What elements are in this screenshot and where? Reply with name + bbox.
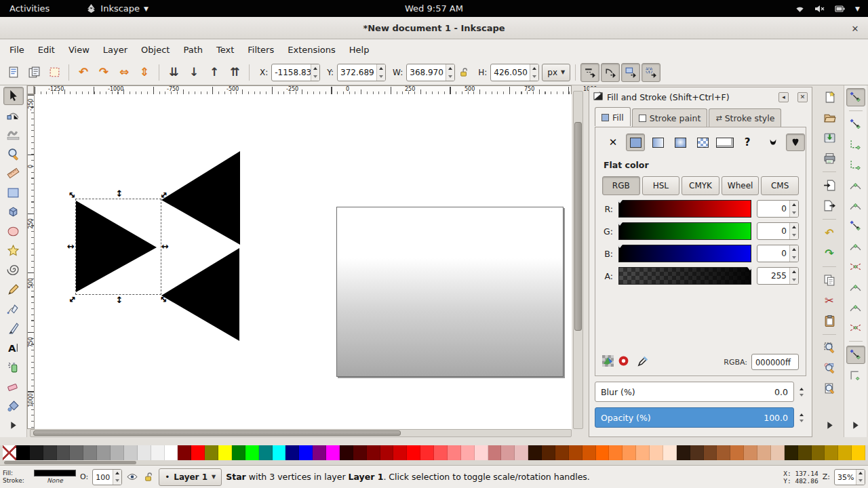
palette-swatch-15[interactable] [205, 445, 218, 460]
palette-swatch-35[interactable] [475, 445, 488, 460]
rgba-hex-field[interactable]: 000000ff [751, 354, 799, 370]
channel-value-b[interactable]: 0 [757, 245, 799, 262]
snap-bbox-toggle[interactable] [846, 115, 865, 134]
toolbox-expander[interactable] [3, 416, 24, 434]
x-position-field[interactable]: -1158.83 [271, 64, 320, 81]
panel-close-button[interactable]: ✕ [797, 92, 808, 102]
channel-slider-a[interactable] [618, 267, 751, 285]
zoom-field[interactable]: 35% [834, 469, 865, 485]
handle-scale-n[interactable]: ↕ [116, 189, 123, 198]
height-field[interactable]: 426.050 [490, 64, 539, 81]
redo-button[interactable]: ↷ [820, 244, 839, 262]
zoom-tool[interactable] [3, 145, 24, 163]
snap-paths-toggle[interactable] [846, 237, 865, 256]
snap-bbox-midpoints-toggle[interactable] [846, 176, 865, 195]
horizontal-scrollbar[interactable] [30, 429, 572, 437]
export-button[interactable] [820, 197, 839, 215]
snap-midpoints-toggle[interactable] [846, 319, 865, 337]
vertical-scrollbar-thumb[interactable] [574, 122, 582, 331]
menu-edit[interactable]: Edit [31, 41, 62, 58]
pencil-tool[interactable] [3, 281, 24, 299]
palette-swatch-58[interactable] [785, 445, 798, 460]
palette-swatch-33[interactable] [448, 445, 461, 460]
paint-unknown-button[interactable]: ? [738, 134, 757, 151]
palette-swatch-47[interactable] [636, 445, 650, 460]
palette-swatch-59[interactable] [798, 445, 812, 460]
menu-extensions[interactable]: Extensions [281, 41, 342, 58]
snap-cusp-nodes-toggle[interactable] [846, 278, 865, 296]
layer-selector-dropdown[interactable]: • Layer 1 ▼ [159, 468, 222, 486]
select-all-button[interactable] [4, 63, 23, 82]
y-position-field[interactable]: 372.689 [337, 64, 386, 81]
palette-swatch-34[interactable] [461, 445, 475, 460]
color-mode-rgb[interactable]: RGB [602, 176, 640, 195]
lower-to-bottom-button[interactable]: ⇊ [164, 63, 183, 82]
palette-swatch-12[interactable] [165, 445, 178, 460]
select-all-layers-button[interactable] [24, 63, 43, 82]
gradient-rectangle-object[interactable] [336, 207, 564, 377]
zoom-selection-button[interactable] [820, 339, 839, 357]
palette-swatch-19[interactable] [259, 445, 273, 460]
flip-horizontal-button[interactable]: ⇔ [115, 63, 134, 82]
channel-slider-r[interactable] [618, 200, 751, 218]
palette-swatch-18[interactable] [245, 445, 259, 460]
cut-button[interactable]: ✂ [820, 291, 839, 310]
import-button[interactable] [820, 176, 839, 195]
palette-swatch-51[interactable] [690, 445, 704, 460]
snap-others-toggle[interactable] [846, 346, 865, 364]
palette-swatch-28[interactable] [380, 445, 394, 460]
blur-spin-slider[interactable]: Blur (%)0.0 [595, 382, 806, 402]
box3d-tool[interactable] [3, 203, 24, 222]
menu-text[interactable]: Text [210, 41, 241, 58]
palette-swatch-46[interactable] [623, 445, 636, 460]
window-title-bar[interactable]: *New document 1 - Inkscape ✕ [0, 17, 868, 39]
triangle-top-right[interactable] [161, 151, 240, 245]
tab-fill[interactable]: Fill [595, 107, 631, 126]
out-of-gamut-icon[interactable] [618, 355, 629, 369]
rotate-cw-button[interactable]: ↷ [94, 63, 113, 82]
palette-swatch-17[interactable] [232, 445, 245, 460]
fill-rule-nonzero-button[interactable] [786, 134, 805, 151]
opacity-spin-slider[interactable]: Opacity (%)100.0 [595, 407, 806, 428]
palette-swatch-61[interactable] [825, 445, 838, 460]
palette-swatch-6[interactable] [83, 445, 97, 460]
lower-one-step-button[interactable]: ↓ [184, 63, 203, 82]
paint-radial-gradient-button[interactable] [671, 134, 690, 151]
palette-swatch-31[interactable] [420, 445, 434, 460]
measure-tool[interactable] [3, 164, 24, 182]
eraser-tool[interactable] [3, 378, 24, 396]
unit-dropdown[interactable]: px▼ [542, 64, 570, 81]
palette-swatch-56[interactable] [757, 445, 771, 460]
palette-swatch-25[interactable] [340, 445, 353, 460]
palette-swatch-42[interactable] [569, 445, 583, 460]
fill-color-swatch[interactable] [34, 470, 76, 476]
canvas[interactable]: ↔↕↔↔↔↔↕↔ [34, 94, 572, 429]
affect-corners-toggle[interactable] [601, 63, 620, 82]
affect-patterns-toggle[interactable] [642, 63, 660, 82]
color-mode-cms[interactable]: CMS [761, 176, 799, 195]
palette-swatch-none[interactable] [3, 445, 16, 460]
tab-stroke-paint[interactable]: Stroke paint [632, 108, 708, 127]
ellipse-tool[interactable] [3, 222, 24, 241]
palette-swatch-63[interactable] [852, 445, 865, 460]
channel-value-a[interactable]: 255 [757, 267, 799, 285]
snap-bbox-centers-toggle[interactable] [846, 197, 865, 215]
paint-linear-gradient-button[interactable] [648, 134, 667, 151]
palette-swatch-48[interactable] [650, 445, 663, 460]
menu-file[interactable]: File [3, 41, 31, 58]
channel-slider-g[interactable] [618, 222, 751, 240]
color-mode-hsl[interactable]: HSL [642, 176, 680, 195]
palette-swatch-10[interactable] [138, 445, 151, 460]
affect-stroke-width-toggle[interactable] [580, 63, 599, 82]
triangle-bottom-right[interactable] [161, 248, 239, 341]
palette-swatch-7[interactable] [97, 445, 111, 460]
palette-scrollbar-thumb[interactable] [4, 461, 136, 464]
palette-swatch-32[interactable] [434, 445, 448, 460]
wifi-icon[interactable] [795, 5, 805, 13]
palette-swatch-44[interactable] [596, 445, 610, 460]
layer-visibility-eye-icon[interactable] [126, 473, 138, 481]
vertical-scrollbar[interactable] [573, 91, 583, 429]
palette-swatch-37[interactable] [501, 445, 515, 460]
selection-bounding-box[interactable] [75, 199, 161, 295]
flip-vertical-button[interactable]: ⇕ [135, 63, 154, 82]
